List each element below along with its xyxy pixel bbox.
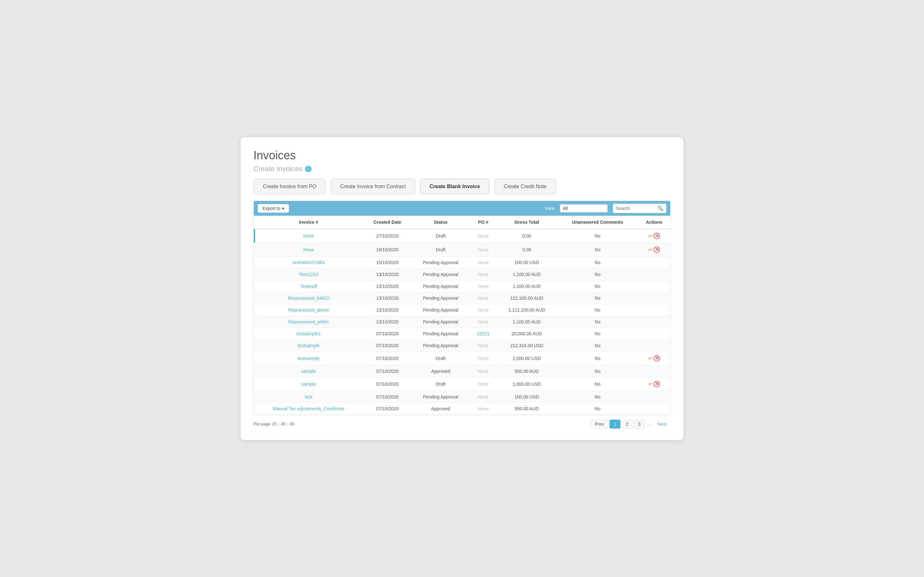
created-date-cell: 07/10/2020	[363, 327, 412, 340]
po-num-cell: None	[470, 280, 497, 292]
created-date-cell: 07/10/2020	[363, 351, 412, 365]
invoice-num-cell: Manual Tax adjustments_Creditnote	[254, 403, 363, 414]
invoice-link[interactable]: test	[305, 394, 312, 400]
edit-icon[interactable]: ✏	[648, 354, 654, 362]
table-row: Reprocessed_within13/10/2020Pending Appr…	[254, 316, 670, 327]
page-1-button[interactable]: 1	[610, 420, 620, 429]
page-2-button[interactable]: 2	[622, 420, 633, 429]
invoice-link[interactable]: sample	[301, 382, 316, 387]
invoice-link[interactable]: testsample	[298, 343, 320, 348]
invoices-card: Invoices Create Invoices i Create Invoic…	[241, 137, 683, 440]
table-row: Manual Tax adjustments_Creditnote07/10/2…	[254, 403, 670, 414]
gross-total-cell: 1,111,100.00 AUD	[496, 304, 557, 316]
created-date-cell: 07/10/2020	[363, 340, 412, 351]
col-gross-total: Gross Total	[496, 216, 557, 229]
unanswered-comments-cell: No	[557, 304, 638, 316]
gross-total-cell: 1,100.00 AUD	[496, 280, 557, 292]
create-credit-note-button[interactable]: Create Credit Note	[494, 179, 556, 194]
delete-icon[interactable]: ✕	[654, 233, 660, 239]
table-row: None19/10/2020DraftNone0.00No✏✕	[254, 243, 670, 256]
status-cell: Approved	[411, 403, 470, 414]
invoice-link[interactable]: sample	[301, 369, 316, 374]
create-blank-invoice-button[interactable]: Create Blank Invoice	[420, 179, 489, 194]
actions-cell: ✏✕	[638, 243, 670, 256]
status-cell: Approved	[411, 365, 470, 377]
invoice-link[interactable]: Testasdf	[300, 284, 317, 289]
created-date-cell: 13/10/2020	[363, 280, 412, 292]
actions-cell	[638, 327, 670, 340]
gross-total-cell: 1,100.00 AUD	[496, 316, 557, 327]
table-row: Testasdf13/10/2020Pending ApprovalNone1,…	[254, 280, 670, 292]
table-row: test548415198415/10/2020Pending Approval…	[254, 256, 670, 268]
gross-total-cell: 1,100.00 AUD	[496, 268, 557, 280]
col-unanswered-comments: Unanswered Comments	[557, 216, 638, 229]
created-date-cell: 07/10/2020	[363, 403, 412, 414]
invoice-num-cell: test	[254, 391, 363, 403]
create-buttons-row: Create Invoice from PO Create Invoice fr…	[254, 179, 670, 194]
po-link[interactable]: 22521	[477, 331, 489, 336]
export-label: Export to	[262, 206, 280, 211]
edit-icon[interactable]: ✏	[648, 232, 654, 240]
invoice-link[interactable]: Test123cf	[299, 272, 318, 277]
status-cell: Draft	[411, 229, 470, 243]
view-select[interactable]: All Draft Pending Approval Approved	[560, 204, 607, 213]
gross-total-cell: 20,000.00 AUD	[496, 327, 557, 340]
actions-cell	[638, 365, 670, 377]
export-button[interactable]: Export to ▾	[258, 204, 289, 213]
invoice-link[interactable]: Manual Tax adjustments_Creditnote	[273, 406, 344, 411]
po-num-cell: None	[470, 316, 497, 327]
table-row: sample07/10/2020ApprovedNone500.00 AUDNo	[254, 365, 670, 377]
actions-cell	[638, 304, 670, 316]
status-cell: Pending Approval	[411, 280, 470, 292]
pagination-controls: Prev 1 2 3 ... Next	[591, 420, 670, 429]
invoice-num-cell: Testasdf	[254, 280, 363, 292]
edit-icon[interactable]: ✏	[648, 245, 654, 253]
info-icon[interactable]: i	[305, 166, 312, 172]
col-actions: Actions	[638, 216, 670, 229]
po-num-cell: None	[470, 365, 497, 377]
delete-icon[interactable]: ✕	[654, 381, 660, 387]
gross-total-cell: 2,000.00 USD	[496, 351, 557, 365]
invoice-num-cell: Test123cf	[254, 268, 363, 280]
table-header: Invoice # Created Date Status PO # Gross…	[254, 216, 670, 229]
status-cell: Draft	[411, 243, 470, 256]
invoice-link[interactable]: test5484151984	[292, 260, 325, 265]
invoices-table-container: Export to ▾ View All Draft Pending Appro…	[254, 201, 670, 415]
table-body: None27/10/2020DraftNone0.00No✏✕None19/10…	[254, 229, 670, 415]
section-title-row: Create Invoices i	[254, 165, 670, 173]
invoice-num-cell: testsample	[254, 340, 363, 351]
invoice-link[interactable]: testsample1	[296, 331, 320, 336]
status-cell: Pending Approval	[411, 391, 470, 403]
delete-icon[interactable]: ✕	[654, 247, 660, 253]
invoice-num-cell: Reprocessed_within	[254, 316, 363, 327]
search-input[interactable]	[613, 204, 655, 213]
po-num-cell: None	[470, 304, 497, 316]
invoice-link[interactable]: testsample	[298, 356, 320, 361]
per-page-15[interactable]: 15	[272, 422, 276, 426]
po-num-cell: 22521	[470, 327, 497, 340]
pagination-row: Per page 15 | 45 | 90 Prev 1 2 3 ... Nex…	[254, 420, 670, 429]
table-row: test07/10/2020Pending ApprovalNone100.00…	[254, 391, 670, 403]
page-3-button[interactable]: 3	[634, 420, 645, 429]
invoice-link[interactable]: None	[303, 247, 314, 252]
invoice-link[interactable]: Reprocessed_within	[288, 319, 329, 324]
status-cell: Pending Approval	[411, 256, 470, 268]
section-title: Create Invoices	[254, 165, 302, 173]
po-num-cell: None	[470, 351, 497, 365]
prev-page-button[interactable]: Prev	[591, 420, 608, 429]
per-page-45[interactable]: 45	[281, 422, 286, 426]
table-row: None27/10/2020DraftNone0.00No✏✕	[254, 229, 670, 243]
edit-icon[interactable]: ✏	[648, 380, 654, 388]
export-chevron-icon: ▾	[282, 206, 284, 211]
invoice-link[interactable]: Reprocessed_64810	[288, 295, 329, 301]
invoice-link[interactable]: None	[303, 234, 314, 239]
per-page-90[interactable]: 90	[290, 422, 294, 426]
per-page-sep-2: |	[287, 422, 288, 426]
gross-total-cell: 212,324.00 USD	[496, 340, 557, 351]
invoice-link[interactable]: Reprocessed_above	[288, 308, 329, 313]
create-from-contract-button[interactable]: Create Invoice from Contract	[331, 179, 415, 194]
next-page-button[interactable]: Next	[654, 420, 670, 428]
created-date-cell: 13/10/2020	[363, 304, 412, 316]
delete-icon[interactable]: ✕	[654, 355, 660, 362]
create-from-po-button[interactable]: Create Invoice from PO	[254, 179, 326, 194]
